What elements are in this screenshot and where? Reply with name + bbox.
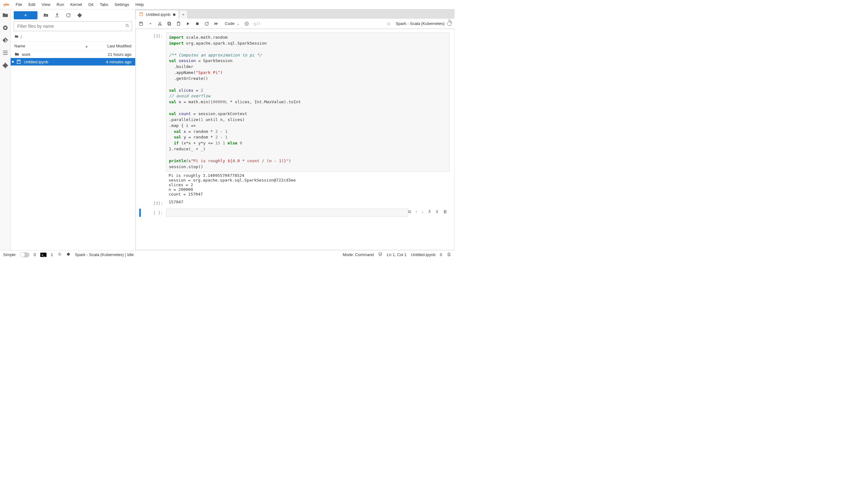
jupyter-logo [2,1,10,8]
notebook-area: Untitled.ipynb + + Code⌄ git Spark - Sca… [135,10,455,250]
folder-icon [14,34,19,40]
scala-badge[interactable]: s_ [40,253,47,257]
kernel-status[interactable]: Spark - Scala (Kubernetes) | Idle [75,252,134,257]
file-list: work21 hours agoUntitled.ipynb4 minutes … [11,51,135,250]
svg-rect-24 [168,22,170,24]
breadcrumb[interactable]: / [11,33,135,41]
run-all-icon[interactable] [214,21,218,26]
bell-icon[interactable] [446,252,452,258]
menu-settings[interactable]: Settings [112,1,132,8]
svg-rect-12 [17,60,21,64]
menu-help[interactable]: Help [132,1,147,8]
simple-toggle[interactable] [20,252,29,257]
toc-icon[interactable] [2,49,9,56]
bug-icon[interactable] [386,21,391,26]
col-modified[interactable]: Last Modified [92,42,135,50]
file-row[interactable]: Untitled.ipynb4 minutes ago [11,58,135,66]
col-name[interactable]: Name [14,44,25,48]
log-count[interactable]: 0 [440,252,442,257]
menu-view[interactable]: View [38,1,53,8]
add-tab-button[interactable]: + [179,10,187,19]
terminal-count[interactable]: 0 [34,252,36,257]
menu-file[interactable]: File [13,1,25,8]
tab-bar: Untitled.ipynb + [135,10,455,19]
extension-icon[interactable] [2,62,9,69]
run-icon[interactable] [185,21,191,26]
notebook-icon [16,59,21,64]
svg-point-16 [449,20,450,21]
svg-point-10 [126,24,128,27]
active-cell-indicator [139,209,141,217]
copy-icon[interactable] [167,21,172,26]
file-browser: + / Name▴ Last Modified work21 hours ago… [11,10,135,250]
result-value: 157047 [166,200,449,206]
code-input[interactable]: import scala.math.random import org.apac… [166,32,449,172]
stop-icon[interactable] [195,21,200,26]
insert-below-icon[interactable]: ⊻ [436,209,439,217]
kernel-count[interactable]: 1 [51,252,53,257]
moveup-icon[interactable]: ↑ [415,209,417,217]
paste-icon[interactable] [176,21,181,26]
file-row[interactable]: work21 hours ago [11,51,135,58]
dirty-indicator [173,13,176,16]
folder-icon[interactable] [2,12,9,19]
duplicate-icon[interactable]: ⧉ [408,209,411,217]
input-prompt: [3]: [139,32,166,198]
menu-git[interactable]: Git [85,1,97,8]
code-cell-empty[interactable]: [ ]: ⧉ ↑ ↓ ⊼ ⊻ 🗑 [139,209,449,217]
svg-point-35 [59,254,60,255]
code-input[interactable] [166,209,408,217]
svg-rect-25 [177,22,180,25]
new-folder-icon[interactable] [43,13,49,18]
new-launcher-button[interactable]: + [14,11,37,19]
mode-indicator[interactable]: Mode: Command [343,252,374,257]
menu-edit[interactable]: Edit [25,1,38,8]
menu-run[interactable]: Run [53,1,67,8]
menu-kernel[interactable]: Kernel [67,1,85,8]
delete-icon[interactable]: 🗑 [443,209,447,217]
search-icon [125,24,130,29]
activity-bar [0,10,11,250]
add-cell-icon[interactable]: + [148,21,153,26]
git-status-icon[interactable] [66,252,70,257]
refresh-icon[interactable] [66,13,71,18]
trusted-icon[interactable] [378,252,382,257]
restart-icon[interactable] [204,21,209,26]
file-time: 21 hours ago [88,52,131,57]
tab-untitled[interactable]: Untitled.ipynb [135,10,179,19]
git-icon[interactable] [2,37,9,44]
upload-icon[interactable] [54,13,60,18]
svg-point-0 [6,2,6,3]
sort-icon: ▴ [85,44,88,48]
input-prompt: [ ]: [142,209,166,217]
cut-icon[interactable] [157,21,162,26]
menu-tabs[interactable]: Tabs [97,1,111,8]
running-icon[interactable] [2,24,9,31]
insert-above-icon[interactable]: ⊼ [428,209,431,217]
kernel-indicator[interactable]: Spark - Scala (Kubernetes) [396,21,452,26]
lsp-icon[interactable] [58,252,62,257]
clock-icon[interactable] [244,21,249,26]
celltype-select[interactable]: Code⌄ [225,21,240,26]
movedown-icon[interactable]: ↓ [422,209,424,217]
svg-rect-13 [18,61,20,61]
notebook-icon [139,12,143,17]
cursor-position[interactable]: Ln 1, Col 1 [387,252,407,257]
filter-input[interactable] [14,21,132,31]
file-time: 4 minutes ago [88,59,131,64]
save-icon[interactable] [138,21,144,26]
svg-rect-18 [140,22,142,23]
git-toolbar-icon[interactable] [77,13,82,18]
notebook-surface[interactable]: [3]: import scala.math.random import org… [136,29,454,250]
menubar: FileEditViewRunKernelGitTabsSettingsHelp [0,0,455,10]
code-cell[interactable]: [3]: import scala.math.random import org… [139,32,449,198]
file-name: work [22,52,30,57]
file-name: Untitled.ipynb [24,59,48,64]
git-label[interactable]: git [253,21,261,26]
svg-rect-9 [55,17,59,17]
breadcrumb-path: / [21,35,22,39]
svg-rect-3 [4,27,6,29]
execute-result: [3]: 157047 [139,200,449,206]
filename-status[interactable]: Untitled.ipynb [411,252,436,257]
gear-icon[interactable] [448,19,453,24]
